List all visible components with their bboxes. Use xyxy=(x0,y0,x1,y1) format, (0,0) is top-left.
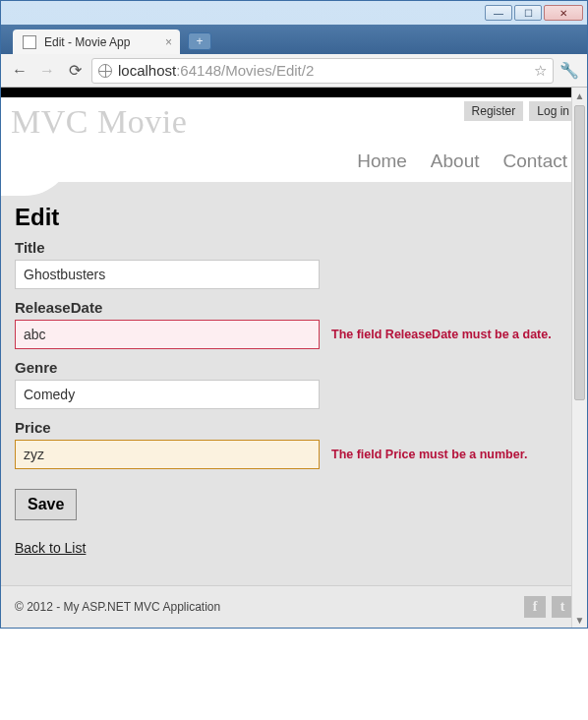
save-button[interactable]: Save xyxy=(15,489,77,520)
page-title: Edit xyxy=(15,204,573,231)
field-releasedate: ReleaseDate The field ReleaseDate must b… xyxy=(15,299,573,349)
url-text: localhost:64148/Movies/Edit/2 xyxy=(118,62,314,79)
account-links: Register Log in xyxy=(464,101,577,121)
browser-tab-active[interactable]: Edit - Movie App × xyxy=(13,30,180,54)
scroll-down-icon[interactable]: ▼ xyxy=(572,612,587,628)
scroll-up-icon[interactable]: ▲ xyxy=(572,88,587,103)
bookmark-star-icon[interactable]: ☆ xyxy=(534,62,547,80)
error-price: The field Price must be a number. xyxy=(331,448,527,461)
footer-copyright: © 2012 - My ASP.NET MVC Application xyxy=(15,600,220,614)
scroll-thumb[interactable] xyxy=(574,105,585,400)
browser-toolbar: ← → ⟳ localhost:64148/Movies/Edit/2 ☆ 🔧 xyxy=(1,54,587,88)
site-footer: © 2012 - My ASP.NET MVC Application f t xyxy=(1,585,587,628)
page-viewport: Register Log in MVC Movie Home About Con… xyxy=(1,88,587,628)
input-title[interactable] xyxy=(15,260,320,289)
field-title: Title xyxy=(15,239,573,289)
login-link[interactable]: Log in xyxy=(529,101,577,121)
twitter-icon[interactable]: t xyxy=(552,596,573,618)
site-header: Register Log in MVC Movie Home About Con… xyxy=(1,97,587,182)
globe-icon xyxy=(98,64,112,78)
window-minimize-button[interactable]: — xyxy=(485,5,512,21)
browser-tabstrip: Edit - Movie App × + xyxy=(1,25,587,54)
register-link[interactable]: Register xyxy=(464,101,524,121)
address-bar[interactable]: localhost:64148/Movies/Edit/2 ☆ xyxy=(91,58,554,84)
field-genre: Genre xyxy=(15,359,573,409)
nav-about[interactable]: About xyxy=(431,150,480,172)
settings-wrench-icon[interactable]: 🔧 xyxy=(559,61,579,80)
window-maximize-button[interactable]: ☐ xyxy=(514,5,542,21)
label-genre: Genre xyxy=(15,359,573,376)
tab-title: Edit - Movie App xyxy=(44,35,130,49)
nav-home[interactable]: Home xyxy=(357,150,407,172)
url-host: localhost xyxy=(118,62,176,79)
header-curve-decoration xyxy=(1,182,587,196)
window-close-button[interactable]: ✕ xyxy=(544,5,583,21)
input-price[interactable] xyxy=(15,440,320,469)
forward-button[interactable]: → xyxy=(36,60,58,82)
back-button[interactable]: ← xyxy=(9,60,30,82)
nav-contact[interactable]: Contact xyxy=(503,150,567,172)
page-favicon-icon xyxy=(23,35,36,49)
label-title: Title xyxy=(15,239,573,256)
label-price: Price xyxy=(15,419,573,436)
tab-close-icon[interactable]: × xyxy=(165,35,172,49)
field-price: Price The field Price must be a number. xyxy=(15,419,573,469)
back-to-list-link[interactable]: Back to List xyxy=(15,540,86,556)
vertical-scrollbar[interactable]: ▲ ▼ xyxy=(571,88,587,628)
social-links: f t xyxy=(524,596,573,618)
window-titlebar: — ☐ ✕ xyxy=(1,1,587,25)
main-nav: Home About Contact xyxy=(11,141,577,182)
top-black-strip xyxy=(1,88,587,97)
url-path: :64148/Movies/Edit/2 xyxy=(176,62,314,79)
input-releasedate[interactable] xyxy=(15,320,320,349)
new-tab-button[interactable]: + xyxy=(188,32,211,50)
error-releasedate: The field ReleaseDate must be a date. xyxy=(331,328,552,341)
facebook-icon[interactable]: f xyxy=(524,596,546,618)
main-content: Edit Title ReleaseDate The field Release… xyxy=(1,196,587,585)
input-genre[interactable] xyxy=(15,380,320,409)
label-releasedate: ReleaseDate xyxy=(15,299,573,316)
reload-button[interactable]: ⟳ xyxy=(64,60,86,82)
